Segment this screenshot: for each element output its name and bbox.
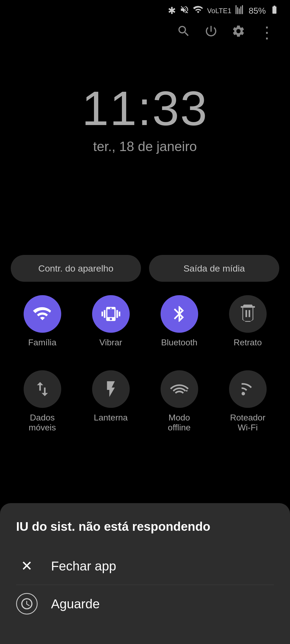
system-ui-dialog: IU do sist. não está respondendo ✕ Fecha… [0,503,290,644]
device-control-button[interactable]: Contr. do aparelho [11,255,141,282]
search-icon[interactable] [177,24,191,41]
more-icon[interactable]: ⋮ [259,25,274,41]
power-icon[interactable] [204,24,218,41]
tiles-row-1: Família Vibrar Bluetooth Retrato [11,295,279,347]
tile-retrato[interactable]: Retrato [221,295,275,347]
tile-retrato-label: Retrato [234,338,262,347]
bluetooth-icon: ✱ [168,5,176,16]
close-app-label: Fechar app [51,559,116,573]
tile-familia[interactable]: Família [16,295,69,347]
clock-time: 11:33 [82,80,208,136]
tile-bluetooth-icon [161,295,198,333]
tile-modo-offline[interactable]: Modo offline [153,370,206,433]
tile-retrato-icon [229,295,267,333]
tile-roteador-wifi-label: Roteador Wi-Fi [230,413,266,433]
tile-roteador-wifi-icon [229,370,267,408]
tile-roteador-wifi[interactable]: Roteador Wi-Fi [221,370,275,433]
tiles-row-2: Dados móveis Lanterna Modo offline Rotea… [11,370,279,433]
signal-icon [235,5,245,17]
tile-modo-offline-icon [161,370,198,408]
tile-lanterna[interactable]: Lanterna [84,370,138,433]
status-bar: ✱ VoLTE1 85% [0,0,290,21]
top-controls: ⋮ [0,24,290,41]
tile-vibrar[interactable]: Vibrar [84,295,138,347]
quick-buttons: Contr. do aparelho Saída de mídia [11,255,279,282]
media-output-button[interactable]: Saída de mídia [149,255,279,282]
wait-option[interactable]: Aguarde [16,585,274,623]
settings-icon[interactable] [231,24,245,41]
status-icons: ✱ VoLTE1 85% [168,5,279,17]
clock-date: ter., 18 de janeiro [93,139,197,154]
tile-dados-moveis-label: Dados móveis [29,413,56,433]
battery-percentage: 85% [249,6,266,16]
tile-modo-offline-label: Modo offline [168,413,191,433]
wait-icon [16,593,38,614]
tile-familia-icon [24,295,61,333]
mute-icon [180,5,189,17]
tile-vibrar-icon [92,295,130,333]
dialog-title: IU do sist. não está respondendo [16,519,274,534]
close-app-icon: ✕ [16,555,38,577]
tile-familia-label: Família [28,338,56,347]
volte-icon: VoLTE1 [207,7,231,15]
tile-dados-moveis-icon [24,370,61,408]
battery-icon [270,5,279,17]
wait-label: Aguarde [51,597,100,611]
clock-section: 11:33 ter., 18 de janeiro [0,80,290,154]
wifi-icon [193,5,203,17]
close-app-option[interactable]: ✕ Fechar app [16,547,274,585]
tile-dados-moveis[interactable]: Dados móveis [16,370,69,433]
tile-bluetooth-label: Bluetooth [161,338,197,347]
tile-bluetooth[interactable]: Bluetooth [153,295,206,347]
tile-lanterna-label: Lanterna [94,413,128,423]
tile-lanterna-icon [92,370,130,408]
tile-vibrar-label: Vibrar [99,338,122,347]
